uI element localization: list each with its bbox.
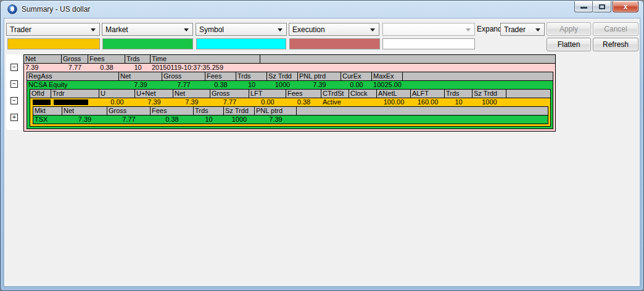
column-header[interactable]: Mkt [33, 107, 62, 115]
column-header[interactable]: Trds [445, 90, 473, 98]
column-header[interactable]: MaxEx [372, 72, 403, 80]
redaction-block [54, 99, 88, 105]
execution-color-swatch[interactable] [289, 38, 380, 49]
cell-clock [349, 98, 377, 106]
column-header[interactable]: Gross [62, 55, 88, 63]
trader-filter-dropdown[interactable]: Trader [6, 23, 100, 36]
symbol-filter-dropdown[interactable]: Symbol [196, 23, 287, 36]
execution-filter-dropdown[interactable]: Execution [289, 23, 379, 36]
column-header[interactable]: CTrdSt [321, 90, 349, 98]
cell-gross: 7.77 [107, 116, 151, 124]
symbol-color-swatch[interactable] [196, 38, 286, 49]
column-header[interactable] [297, 107, 548, 115]
cancel-button[interactable]: Cancel [593, 22, 638, 36]
close-icon: x [613, 2, 638, 12]
extra-filter-dropdown[interactable] [382, 23, 475, 36]
column-header[interactable]: PNL ptrd [298, 72, 341, 80]
chevron-down-icon [184, 28, 189, 32]
cell-gross: 7.77 [210, 98, 249, 106]
cell-trds: 10 [194, 116, 224, 124]
column-header[interactable]: Net [119, 72, 162, 80]
cell-net: 7.39 [119, 81, 162, 89]
market-row[interactable]: TSX 7.39 7.77 0.38 10 1000 7.39 [33, 116, 548, 124]
column-header[interactable]: Net [173, 90, 210, 98]
column-header[interactable]: Fees [151, 107, 194, 115]
column-header[interactable]: U+Net [135, 90, 173, 98]
expand-by-dropdown[interactable]: Trader [500, 23, 545, 36]
minimize-button[interactable] [574, 1, 593, 12]
flatten-button[interactable]: Flatten [547, 38, 591, 51]
cell-anetl: 100.00 [377, 98, 411, 106]
column-header[interactable]: Fees [88, 55, 125, 63]
redaction-block [33, 99, 51, 105]
region-row[interactable]: NCSA Equity 7.39 7.77 0.38 10 1000 7.39 … [27, 81, 553, 89]
trader-color-swatch[interactable] [7, 38, 100, 49]
column-header[interactable]: CurEx [341, 72, 372, 80]
column-header[interactable]: Time [151, 55, 260, 63]
column-header[interactable]: RegAss [27, 72, 119, 80]
column-header[interactable]: Trds [194, 107, 224, 115]
column-header[interactable]: Trdr [51, 90, 99, 98]
column-header[interactable]: Fees [205, 72, 236, 80]
column-header[interactable] [506, 90, 550, 98]
cell-time: 20150119-10:37:35.259 [151, 64, 260, 72]
column-header[interactable]: Clock [349, 90, 377, 98]
column-header[interactable]: Fees [286, 90, 321, 98]
column-header[interactable]: Gross [162, 72, 205, 80]
trader-header-row: OfId Trdr U U+Net Net Gross LFT Fees CTr… [30, 90, 550, 98]
chevron-down-icon [535, 28, 540, 32]
cell-fees: 0.38 [205, 81, 236, 89]
chevron-down-icon [91, 28, 96, 32]
cell-ctrdst: Active [321, 98, 349, 106]
collapse-summary-button[interactable]: − [10, 64, 18, 71]
symbol-filter-value: Symbol [199, 25, 224, 34]
maximize-button[interactable] [593, 1, 611, 12]
market-nest: Mkt Net Gross Fees Trds Sz Trdd PNL ptrd [30, 106, 550, 126]
column-header[interactable] [260, 55, 555, 63]
app-icon[interactable] [7, 4, 17, 14]
column-header[interactable]: Sz Trdd [473, 90, 506, 98]
apply-button[interactable]: Apply [547, 22, 591, 36]
column-header[interactable]: Net [24, 55, 62, 63]
title-bar[interactable]: Summary - US dollar [1, 1, 643, 18]
column-header[interactable]: ALFT [411, 90, 445, 98]
market-filter-dropdown[interactable]: Market [102, 23, 193, 36]
column-header[interactable]: Trds [236, 72, 267, 80]
collapse-trader-button[interactable]: − [10, 97, 18, 104]
column-header[interactable]: ANetL [377, 90, 411, 98]
summary-table: Net Gross Fees Trds Time 7.39 7.77 0.38 … [23, 54, 556, 132]
collapse-region-button[interactable]: − [10, 80, 18, 88]
extra-color-swatch[interactable] [382, 38, 475, 49]
column-header[interactable]: PNL ptrd [255, 107, 297, 115]
column-header[interactable]: Gross [210, 90, 249, 98]
column-header[interactable]: LFT [249, 90, 286, 98]
expand-market-button[interactable]: + [10, 114, 18, 121]
column-header[interactable]: Gross [107, 107, 151, 115]
cell-maxex: 10025.00 [372, 81, 403, 89]
column-header[interactable]: OfId [30, 90, 51, 98]
cell-trds: 10 [445, 98, 473, 106]
column-header[interactable] [403, 72, 553, 80]
cell-ofid-redacted [30, 98, 51, 106]
chevron-down-icon [370, 28, 375, 32]
cell-blank [506, 98, 550, 106]
cell-u: 0.00 [99, 98, 135, 106]
refresh-button[interactable]: Refresh [593, 38, 638, 51]
app-window: Summary - US dollar x Trader Market Symb… [0, 0, 644, 291]
market-color-swatch[interactable] [102, 38, 193, 49]
cell-blank [403, 81, 553, 89]
cell-trds: 10 [236, 81, 267, 89]
market-table: Mkt Net Gross Fees Trds Sz Trdd PNL ptrd [33, 106, 548, 124]
expander-gutter: − − − + [6, 54, 22, 130]
region-header-row: RegAss Net Gross Fees Trds Sz Trdd PNL p… [27, 72, 553, 81]
close-button[interactable]: x [613, 1, 638, 12]
summary-total-row[interactable]: 7.39 7.77 0.38 10 20150119-10:37:35.259 [24, 64, 555, 72]
column-header[interactable]: Net [62, 107, 107, 115]
column-header[interactable]: Sz Trdd [224, 107, 255, 115]
column-header[interactable]: Trds [125, 55, 151, 63]
cell-curex: 0.00 [341, 81, 372, 89]
trader-row[interactable]: 0.00 7.39 7.39 7.77 0.00 0.38 Active 100… [30, 98, 550, 106]
cell-gross: 7.77 [62, 64, 88, 72]
column-header[interactable]: U [99, 90, 135, 98]
column-header[interactable]: Sz Trdd [267, 72, 298, 80]
